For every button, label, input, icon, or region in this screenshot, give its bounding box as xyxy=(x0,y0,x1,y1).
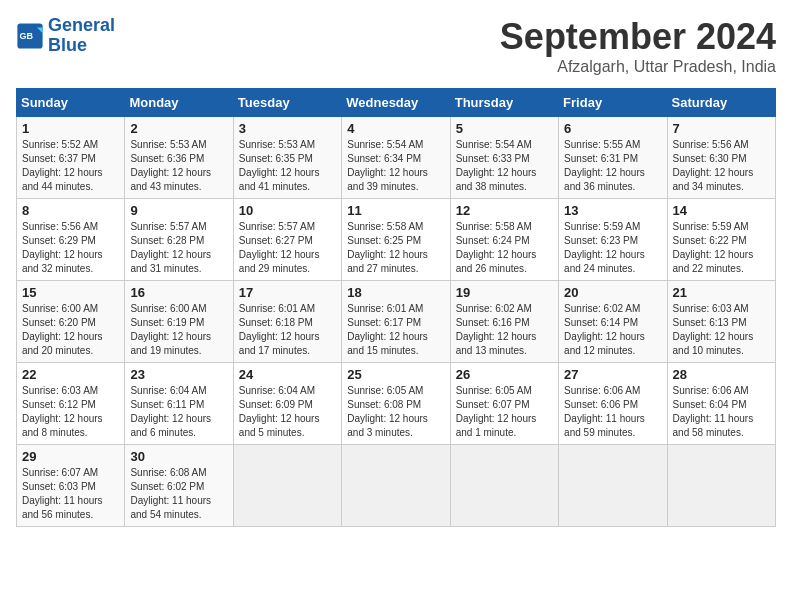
day-number: 5 xyxy=(456,121,553,136)
calendar-cell: 1 Sunrise: 5:52 AMSunset: 6:37 PMDayligh… xyxy=(17,117,125,199)
day-number: 15 xyxy=(22,285,119,300)
day-number: 26 xyxy=(456,367,553,382)
day-detail: Sunrise: 6:01 AMSunset: 6:17 PMDaylight:… xyxy=(347,303,428,356)
day-number: 2 xyxy=(130,121,227,136)
day-number: 21 xyxy=(673,285,770,300)
day-detail: Sunrise: 5:59 AMSunset: 6:23 PMDaylight:… xyxy=(564,221,645,274)
day-detail: Sunrise: 6:02 AMSunset: 6:14 PMDaylight:… xyxy=(564,303,645,356)
day-number: 4 xyxy=(347,121,444,136)
title-section: September 2024 Afzalgarh, Uttar Pradesh,… xyxy=(500,16,776,76)
calendar-cell xyxy=(559,445,667,527)
calendar-cell: 26 Sunrise: 6:05 AMSunset: 6:07 PMDaylig… xyxy=(450,363,558,445)
calendar-cell: 14 Sunrise: 5:59 AMSunset: 6:22 PMDaylig… xyxy=(667,199,775,281)
day-number: 28 xyxy=(673,367,770,382)
calendar-cell: 17 Sunrise: 6:01 AMSunset: 6:18 PMDaylig… xyxy=(233,281,341,363)
day-detail: Sunrise: 6:01 AMSunset: 6:18 PMDaylight:… xyxy=(239,303,320,356)
calendar-cell: 19 Sunrise: 6:02 AMSunset: 6:16 PMDaylig… xyxy=(450,281,558,363)
calendar-subtitle: Afzalgarh, Uttar Pradesh, India xyxy=(500,58,776,76)
day-number: 24 xyxy=(239,367,336,382)
calendar-cell: 2 Sunrise: 5:53 AMSunset: 6:36 PMDayligh… xyxy=(125,117,233,199)
weekday-header-friday: Friday xyxy=(559,89,667,117)
calendar-title: September 2024 xyxy=(500,16,776,58)
calendar-cell: 10 Sunrise: 5:57 AMSunset: 6:27 PMDaylig… xyxy=(233,199,341,281)
day-detail: Sunrise: 5:59 AMSunset: 6:22 PMDaylight:… xyxy=(673,221,754,274)
calendar-cell: 22 Sunrise: 6:03 AMSunset: 6:12 PMDaylig… xyxy=(17,363,125,445)
calendar-cell: 7 Sunrise: 5:56 AMSunset: 6:30 PMDayligh… xyxy=(667,117,775,199)
day-detail: Sunrise: 6:03 AMSunset: 6:13 PMDaylight:… xyxy=(673,303,754,356)
calendar-cell: 28 Sunrise: 6:06 AMSunset: 6:04 PMDaylig… xyxy=(667,363,775,445)
calendar-week-row: 22 Sunrise: 6:03 AMSunset: 6:12 PMDaylig… xyxy=(17,363,776,445)
day-number: 22 xyxy=(22,367,119,382)
calendar-cell: 18 Sunrise: 6:01 AMSunset: 6:17 PMDaylig… xyxy=(342,281,450,363)
logo-text: General Blue xyxy=(48,16,115,56)
page-header: GB General Blue September 2024 Afzalgarh… xyxy=(16,16,776,76)
calendar-cell: 13 Sunrise: 5:59 AMSunset: 6:23 PMDaylig… xyxy=(559,199,667,281)
day-detail: Sunrise: 6:00 AMSunset: 6:20 PMDaylight:… xyxy=(22,303,103,356)
day-detail: Sunrise: 5:56 AMSunset: 6:29 PMDaylight:… xyxy=(22,221,103,274)
day-detail: Sunrise: 5:52 AMSunset: 6:37 PMDaylight:… xyxy=(22,139,103,192)
day-number: 11 xyxy=(347,203,444,218)
day-detail: Sunrise: 6:05 AMSunset: 6:08 PMDaylight:… xyxy=(347,385,428,438)
calendar-cell: 20 Sunrise: 6:02 AMSunset: 6:14 PMDaylig… xyxy=(559,281,667,363)
day-detail: Sunrise: 5:58 AMSunset: 6:24 PMDaylight:… xyxy=(456,221,537,274)
calendar-cell: 15 Sunrise: 6:00 AMSunset: 6:20 PMDaylig… xyxy=(17,281,125,363)
calendar-cell xyxy=(667,445,775,527)
day-number: 30 xyxy=(130,449,227,464)
weekday-header-saturday: Saturday xyxy=(667,89,775,117)
day-number: 29 xyxy=(22,449,119,464)
weekday-header-row: SundayMondayTuesdayWednesdayThursdayFrid… xyxy=(17,89,776,117)
logo: GB General Blue xyxy=(16,16,115,56)
day-detail: Sunrise: 5:57 AMSunset: 6:28 PMDaylight:… xyxy=(130,221,211,274)
calendar-cell: 29 Sunrise: 6:07 AMSunset: 6:03 PMDaylig… xyxy=(17,445,125,527)
weekday-header-tuesday: Tuesday xyxy=(233,89,341,117)
day-detail: Sunrise: 6:04 AMSunset: 6:09 PMDaylight:… xyxy=(239,385,320,438)
logo-icon: GB xyxy=(16,22,44,50)
weekday-header-thursday: Thursday xyxy=(450,89,558,117)
day-detail: Sunrise: 5:54 AMSunset: 6:34 PMDaylight:… xyxy=(347,139,428,192)
day-detail: Sunrise: 5:55 AMSunset: 6:31 PMDaylight:… xyxy=(564,139,645,192)
day-number: 23 xyxy=(130,367,227,382)
calendar-cell xyxy=(450,445,558,527)
calendar-cell: 21 Sunrise: 6:03 AMSunset: 6:13 PMDaylig… xyxy=(667,281,775,363)
day-detail: Sunrise: 6:00 AMSunset: 6:19 PMDaylight:… xyxy=(130,303,211,356)
day-number: 7 xyxy=(673,121,770,136)
day-detail: Sunrise: 6:02 AMSunset: 6:16 PMDaylight:… xyxy=(456,303,537,356)
day-detail: Sunrise: 6:05 AMSunset: 6:07 PMDaylight:… xyxy=(456,385,537,438)
calendar-cell: 16 Sunrise: 6:00 AMSunset: 6:19 PMDaylig… xyxy=(125,281,233,363)
day-number: 12 xyxy=(456,203,553,218)
calendar-cell: 12 Sunrise: 5:58 AMSunset: 6:24 PMDaylig… xyxy=(450,199,558,281)
calendar-cell: 9 Sunrise: 5:57 AMSunset: 6:28 PMDayligh… xyxy=(125,199,233,281)
day-detail: Sunrise: 5:53 AMSunset: 6:36 PMDaylight:… xyxy=(130,139,211,192)
calendar-cell xyxy=(342,445,450,527)
day-detail: Sunrise: 5:53 AMSunset: 6:35 PMDaylight:… xyxy=(239,139,320,192)
day-number: 3 xyxy=(239,121,336,136)
day-number: 8 xyxy=(22,203,119,218)
calendar-cell: 30 Sunrise: 6:08 AMSunset: 6:02 PMDaylig… xyxy=(125,445,233,527)
calendar-cell: 6 Sunrise: 5:55 AMSunset: 6:31 PMDayligh… xyxy=(559,117,667,199)
calendar-week-row: 29 Sunrise: 6:07 AMSunset: 6:03 PMDaylig… xyxy=(17,445,776,527)
weekday-header-monday: Monday xyxy=(125,89,233,117)
calendar-cell: 8 Sunrise: 5:56 AMSunset: 6:29 PMDayligh… xyxy=(17,199,125,281)
day-detail: Sunrise: 5:57 AMSunset: 6:27 PMDaylight:… xyxy=(239,221,320,274)
day-number: 16 xyxy=(130,285,227,300)
day-detail: Sunrise: 5:58 AMSunset: 6:25 PMDaylight:… xyxy=(347,221,428,274)
day-detail: Sunrise: 6:06 AMSunset: 6:06 PMDaylight:… xyxy=(564,385,645,438)
calendar-cell: 3 Sunrise: 5:53 AMSunset: 6:35 PMDayligh… xyxy=(233,117,341,199)
day-number: 14 xyxy=(673,203,770,218)
day-number: 17 xyxy=(239,285,336,300)
day-detail: Sunrise: 6:06 AMSunset: 6:04 PMDaylight:… xyxy=(673,385,754,438)
day-detail: Sunrise: 6:03 AMSunset: 6:12 PMDaylight:… xyxy=(22,385,103,438)
day-detail: Sunrise: 5:56 AMSunset: 6:30 PMDaylight:… xyxy=(673,139,754,192)
calendar-cell: 5 Sunrise: 5:54 AMSunset: 6:33 PMDayligh… xyxy=(450,117,558,199)
calendar-table: SundayMondayTuesdayWednesdayThursdayFrid… xyxy=(16,88,776,527)
day-number: 1 xyxy=(22,121,119,136)
calendar-cell xyxy=(233,445,341,527)
calendar-cell: 11 Sunrise: 5:58 AMSunset: 6:25 PMDaylig… xyxy=(342,199,450,281)
day-detail: Sunrise: 5:54 AMSunset: 6:33 PMDaylight:… xyxy=(456,139,537,192)
calendar-week-row: 15 Sunrise: 6:00 AMSunset: 6:20 PMDaylig… xyxy=(17,281,776,363)
day-number: 9 xyxy=(130,203,227,218)
day-number: 13 xyxy=(564,203,661,218)
day-number: 19 xyxy=(456,285,553,300)
day-number: 27 xyxy=(564,367,661,382)
logo-line2: Blue xyxy=(48,35,87,55)
